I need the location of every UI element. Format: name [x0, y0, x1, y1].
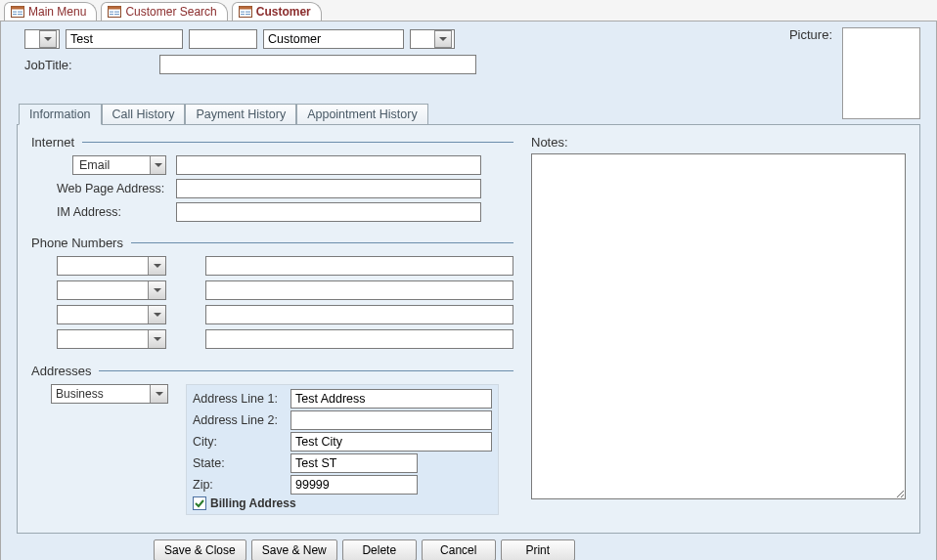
phone-row-4 — [31, 329, 513, 349]
svg-rect-14 — [241, 12, 245, 13]
picture-box[interactable] — [842, 27, 920, 119]
tab-main-menu-label: Main Menu — [28, 5, 86, 19]
tab-customer-search[interactable]: Customer Search — [101, 2, 227, 21]
name-row: Picture: — [17, 29, 920, 49]
phone-type-2[interactable] — [57, 280, 166, 300]
phone-number-1[interactable] — [205, 256, 513, 276]
phone-number-4[interactable] — [205, 329, 513, 349]
phone-type-1[interactable] — [57, 256, 166, 276]
web-input[interactable] — [176, 179, 481, 198]
web-label: Web Page Address: — [57, 182, 170, 195]
phone-row-1 — [31, 256, 513, 276]
billing-label: Billing Address — [210, 496, 296, 510]
address-block: Address Line 1: Address Line 2: City: — [186, 384, 499, 515]
notes-label: Notes: — [531, 135, 568, 150]
addr-zip-input[interactable] — [290, 475, 418, 495]
svg-rect-7 — [109, 7, 121, 10]
save-new-button[interactable]: Save & New — [251, 539, 337, 560]
check-icon — [195, 498, 204, 508]
svg-rect-9 — [110, 14, 113, 15]
email-type-select[interactable]: Email — [72, 155, 166, 175]
addr-state-input[interactable] — [290, 453, 418, 473]
svg-rect-11 — [114, 14, 119, 15]
subtab-bar: Information Call History Payment History… — [17, 104, 920, 125]
picture-area: Picture: — [789, 27, 920, 119]
phone-type-4[interactable] — [57, 329, 166, 349]
phone-legend: Phone Numbers — [31, 236, 123, 250]
addr-city-input[interactable] — [290, 432, 492, 452]
form-icon — [11, 6, 24, 18]
window-tab-bar: Main Menu Customer Search Customer — [0, 0, 937, 21]
delete-button[interactable]: Delete — [342, 539, 417, 560]
phone-type-3[interactable] — [57, 305, 166, 324]
phone-number-3[interactable] — [205, 305, 513, 324]
title-select[interactable] — [24, 29, 60, 49]
addr-line1-label: Address Line 1: — [193, 392, 287, 406]
phone-row-3 — [31, 305, 513, 324]
cancel-button[interactable]: Cancel — [422, 539, 496, 560]
address-type-select[interactable]: Business — [51, 384, 168, 404]
svg-rect-8 — [110, 12, 113, 13]
address-type-value: Business — [56, 387, 150, 401]
subtab-appointment-history[interactable]: Appointment History — [296, 104, 428, 125]
last-name-input[interactable] — [263, 29, 404, 49]
email-input[interactable] — [176, 155, 481, 175]
first-name-input[interactable] — [66, 29, 183, 49]
information-panel: Internet Email Web Page Address: — [17, 124, 920, 534]
job-title-input[interactable] — [159, 55, 476, 74]
tab-main-menu[interactable]: Main Menu — [4, 2, 97, 21]
subtab-payment-history[interactable]: Payment History — [185, 104, 296, 125]
print-button[interactable]: Print — [501, 539, 575, 560]
svg-rect-2 — [13, 12, 17, 13]
internet-group: Internet Email Web Page Address: — [31, 135, 513, 226]
svg-rect-15 — [241, 14, 245, 15]
middle-name-input[interactable] — [189, 29, 257, 49]
addr-zip-label: Zip: — [193, 478, 287, 492]
tab-customer-search-label: Customer Search — [125, 5, 216, 19]
phone-group: Phone Numbers — [31, 236, 513, 354]
tab-customer[interactable]: Customer — [232, 2, 322, 21]
form-icon — [239, 6, 252, 18]
phone-row-2 — [31, 280, 513, 300]
svg-rect-10 — [114, 12, 119, 13]
customer-form: Picture: JobTitle: Information Call Hist… — [0, 21, 937, 560]
svg-rect-3 — [13, 14, 17, 15]
svg-rect-1 — [12, 7, 24, 10]
svg-rect-4 — [18, 12, 22, 13]
phone-number-2[interactable] — [205, 280, 513, 300]
button-bar: Save & Close Save & New Delete Cancel Pr… — [17, 539, 920, 560]
svg-rect-16 — [245, 12, 250, 13]
svg-rect-17 — [245, 14, 250, 15]
addr-line2-input[interactable] — [290, 410, 492, 430]
job-title-label: JobTitle: — [24, 58, 150, 72]
addr-city-label: City: — [193, 435, 287, 449]
tab-customer-label: Customer — [256, 5, 311, 19]
subtab-information[interactable]: Information — [19, 104, 102, 125]
subtab-call-history[interactable]: Call History — [102, 104, 186, 125]
address-group: Addresses Business Address Line 1: — [31, 364, 513, 515]
picture-label: Picture: — [789, 27, 832, 42]
billing-checkbox[interactable] — [193, 496, 206, 510]
email-type-value: Email — [79, 158, 110, 172]
im-input[interactable] — [176, 202, 481, 222]
svg-rect-5 — [18, 14, 22, 15]
addr-line2-label: Address Line 2: — [193, 413, 287, 427]
suffix-select[interactable] — [410, 29, 455, 49]
addr-line1-input[interactable] — [290, 389, 492, 409]
internet-legend: Internet — [31, 135, 74, 150]
form-icon — [108, 6, 121, 18]
addr-state-label: State: — [193, 456, 287, 470]
svg-rect-13 — [239, 7, 251, 10]
save-close-button[interactable]: Save & Close — [154, 539, 246, 560]
im-label: IM Address: — [57, 205, 170, 219]
notes-textarea[interactable] — [531, 153, 906, 499]
address-legend: Addresses — [31, 364, 91, 378]
